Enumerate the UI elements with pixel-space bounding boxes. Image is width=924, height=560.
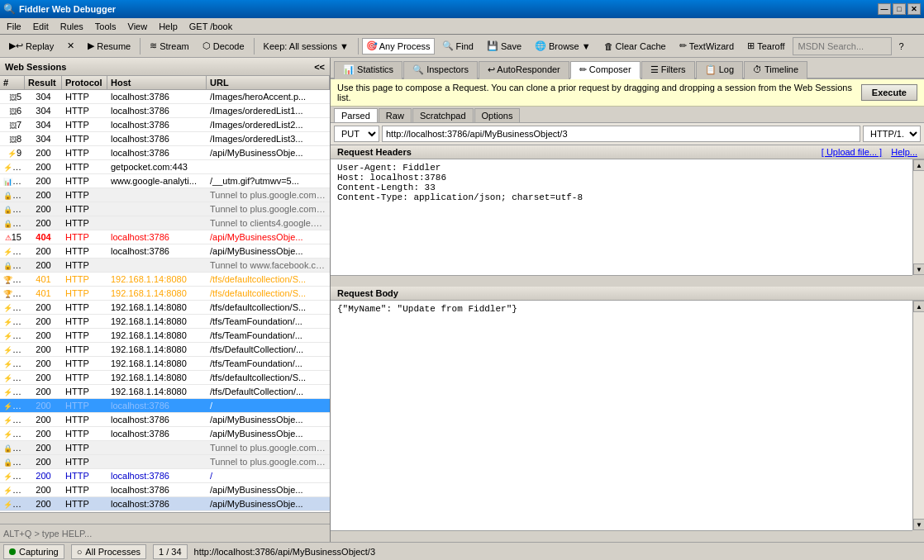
capturing-status[interactable]: Capturing bbox=[3, 544, 64, 559]
resume-button[interactable]: ▶ Resume bbox=[82, 37, 136, 55]
decode-button[interactable]: ⬡ Decode bbox=[197, 37, 250, 55]
collapse-button[interactable]: << bbox=[314, 62, 325, 72]
tab-timeline[interactable]: ⏱ Timeline bbox=[744, 61, 807, 79]
table-row[interactable]: 🖼7 304 HTTP localhost:3786 /Images/order… bbox=[0, 118, 330, 132]
table-row[interactable]: ⚡20 200 HTTP 192.168.1.14:8080 /tfs/defa… bbox=[0, 301, 330, 315]
table-row-selected[interactable]: ⚡27 200 HTTP localhost:3786 / bbox=[0, 399, 330, 413]
request-headers-area[interactable]: User-Agent: Fiddler Host: localhost:3786… bbox=[331, 159, 912, 275]
table-row[interactable]: ⚠15 404 HTTP localhost:3786 /api/MyBusin… bbox=[0, 230, 330, 244]
clear-cache-button[interactable]: 🗑 Clear Cache bbox=[598, 37, 672, 55]
table-row[interactable]: ⚡23 200 HTTP 192.168.1.14:8080 /tfs/Defa… bbox=[0, 343, 330, 357]
close-button[interactable]: ✕ bbox=[907, 3, 921, 15]
table-row[interactable]: 🔒14 200 HTTP Tunnel to clients4.google.c… bbox=[0, 216, 330, 230]
menu-help[interactable]: Help bbox=[154, 20, 183, 33]
table-row[interactable]: ⚡24 200 HTTP 192.168.1.14:8080 /tfs/Team… bbox=[0, 357, 330, 371]
tearoff-button[interactable]: ⊞ Tearoff bbox=[741, 37, 790, 55]
table-row[interactable]: ⚡33 200 HTTP localhost:3786 /api/MyBusin… bbox=[0, 483, 330, 497]
composer-tab-scratchpad[interactable]: Scratchpad bbox=[412, 108, 474, 122]
request-body-area[interactable]: {"MyName": "Update from Fiddler"} bbox=[331, 301, 912, 530]
table-row[interactable]: ⚡21 200 HTTP 192.168.1.14:8080 /tfs/Team… bbox=[0, 315, 330, 329]
protocol-select[interactable]: HTTP/1.1 HTTP/2 bbox=[863, 126, 921, 142]
menu-edit[interactable]: Edit bbox=[28, 20, 54, 33]
table-row[interactable]: ⚡28 200 HTTP localhost:3786 /api/MyBusin… bbox=[0, 413, 330, 427]
request-headers-label: Request Headers bbox=[337, 147, 412, 157]
browse-button[interactable]: 🌐 Browse ▼ bbox=[529, 37, 597, 55]
table-row[interactable]: 🖼5 304 HTTP localhost:3786 /Images/heroA… bbox=[0, 90, 330, 104]
log-icon: 📋 bbox=[705, 64, 717, 74]
scroll-corner bbox=[912, 275, 924, 287]
stop-button[interactable]: ✕ bbox=[61, 37, 80, 55]
table-row[interactable]: ⚡29 200 HTTP localhost:3786 /api/MyBusin… bbox=[0, 427, 330, 441]
col-url[interactable]: URL bbox=[207, 76, 330, 89]
stream-button[interactable]: ≋ Stream bbox=[144, 37, 194, 55]
menu-get-book[interactable]: GET /book bbox=[184, 20, 237, 33]
table-row[interactable]: ⚡25 200 HTTP 192.168.1.14:8080 /tfs/defa… bbox=[0, 371, 330, 385]
replay-button[interactable]: ▶↩ Replay bbox=[3, 37, 60, 55]
help-link[interactable]: Help... bbox=[891, 147, 917, 157]
table-row[interactable]: 🔒17 200 HTTP Tunnel to www.facebook.com:… bbox=[0, 259, 330, 273]
table-row[interactable]: 🔒30 200 HTTP Tunnel to plus.google.com:4… bbox=[0, 441, 330, 455]
table-row[interactable]: 🏆19 401 HTTP 192.168.1.14:8080 /tfs/defa… bbox=[0, 287, 330, 301]
menu-view[interactable]: View bbox=[123, 20, 153, 33]
table-row[interactable]: ⚡16 200 HTTP localhost:3786 /api/MyBusin… bbox=[0, 244, 330, 259]
upload-file-link[interactable]: [ Upload file... ] bbox=[822, 147, 882, 157]
table-row[interactable]: ⚡9 200 HTTP localhost:3786 /api/MyBusine… bbox=[0, 146, 330, 160]
minimize-button[interactable]: — bbox=[878, 3, 891, 15]
headers-v-scrollbar[interactable]: ▲ ▼ bbox=[912, 159, 924, 275]
menu-bar: File Edit Rules Tools View Help GET /boo… bbox=[0, 18, 924, 35]
method-select[interactable]: PUT GET POST DELETE bbox=[334, 126, 379, 142]
any-process-button[interactable]: 🎯 Any Process bbox=[362, 38, 435, 55]
title-bar-controls[interactable]: — □ ✕ bbox=[878, 3, 921, 15]
help-button[interactable]: ? bbox=[893, 37, 910, 55]
maximize-button[interactable]: □ bbox=[893, 3, 906, 15]
body-scroll-up-btn[interactable]: ▲ bbox=[913, 301, 924, 312]
save-button[interactable]: 💾 Save bbox=[481, 37, 527, 55]
table-row[interactable]: ⚡32 200 HTTP localhost:3786 / bbox=[0, 469, 330, 483]
scroll-up-btn[interactable]: ▲ bbox=[913, 159, 924, 171]
col-host[interactable]: Host bbox=[107, 76, 207, 89]
table-row[interactable]: ⚡34 200 HTTP localhost:3786 /api/MyBusin… bbox=[0, 497, 330, 511]
headers-h-scrollbar[interactable] bbox=[331, 275, 912, 287]
tab-filters[interactable]: ☰ Filters bbox=[641, 61, 695, 79]
table-row[interactable]: 📊11 200 HTTP www.google-analyti... /__ut… bbox=[0, 174, 330, 188]
text-wizard-button[interactable]: ✏ TextWizard bbox=[674, 37, 740, 55]
table-row[interactable]: 🖼6 304 HTTP localhost:3786 /Images/order… bbox=[0, 104, 330, 118]
menu-file[interactable]: File bbox=[2, 20, 26, 33]
menu-rules[interactable]: Rules bbox=[55, 20, 88, 33]
col-protocol[interactable]: Protocol bbox=[62, 76, 107, 89]
scroll-down-btn[interactable]: ▼ bbox=[913, 263, 924, 275]
execute-button[interactable]: Execute bbox=[861, 84, 917, 101]
col-result[interactable]: Result bbox=[25, 76, 62, 89]
body-v-scrollbar[interactable]: ▲ ▼ bbox=[912, 301, 924, 530]
table-row[interactable]: 🔒13 200 HTTP Tunnel to plus.google.com:4… bbox=[0, 202, 330, 216]
stop-icon: ✕ bbox=[67, 40, 74, 51]
composer-tab-raw[interactable]: Raw bbox=[379, 108, 412, 122]
keep-dropdown[interactable]: Keep: All sessions ▼ bbox=[258, 37, 355, 55]
tab-statistics[interactable]: 📊 Statistics bbox=[334, 61, 402, 79]
cmdline-hint: ALT+Q > type HELP... bbox=[3, 529, 92, 539]
find-button[interactable]: 🔍 Find bbox=[436, 37, 479, 55]
table-row[interactable]: 🔒31 200 HTTP Tunnel to plus.google.com:4… bbox=[0, 455, 330, 469]
tab-log[interactable]: 📋 Log bbox=[696, 61, 743, 79]
table-row[interactable]: ⚡26 200 HTTP 192.168.1.14:8080 /tfs/Defa… bbox=[0, 385, 330, 399]
body-h-scrollbar[interactable] bbox=[331, 530, 912, 542]
composer-tab-options[interactable]: Options bbox=[474, 108, 521, 122]
sessions-h-scrollbar[interactable] bbox=[0, 512, 330, 524]
table-row[interactable]: ⚡10 200 HTTP getpocket.com:443 bbox=[0, 160, 330, 174]
body-scroll-down-btn[interactable]: ▼ bbox=[913, 519, 924, 530]
table-row[interactable]: ⚡22 200 HTTP 192.168.1.14:8080 /tfs/Team… bbox=[0, 329, 330, 343]
sessions-table[interactable]: # Result Protocol Host URL 🖼5 304 HTTP l… bbox=[0, 76, 330, 512]
col-num[interactable]: # bbox=[0, 76, 25, 89]
table-row[interactable]: 🔒12 200 HTTP Tunnel to plus.google.com:4… bbox=[0, 188, 330, 202]
search-input[interactable] bbox=[793, 37, 892, 55]
composer-tab-parsed[interactable]: Parsed bbox=[334, 108, 378, 122]
all-processes-status[interactable]: ○ All Processes bbox=[71, 544, 146, 559]
tab-inspectors[interactable]: 🔍 Inspectors bbox=[403, 61, 478, 79]
url-bar: PUT GET POST DELETE HTTP/1.1 HTTP/2 bbox=[331, 123, 924, 145]
table-row[interactable]: 🏆18 401 HTTP 192.168.1.14:8080 /tfs/defa… bbox=[0, 273, 330, 287]
tab-composer[interactable]: ✏ Composer bbox=[570, 61, 641, 79]
table-row[interactable]: 🖼8 304 HTTP localhost:3786 /Images/order… bbox=[0, 132, 330, 146]
tab-autoresponder[interactable]: ↩ AutoResponder bbox=[479, 61, 569, 79]
url-input[interactable] bbox=[382, 126, 860, 142]
menu-tools[interactable]: Tools bbox=[90, 20, 121, 33]
